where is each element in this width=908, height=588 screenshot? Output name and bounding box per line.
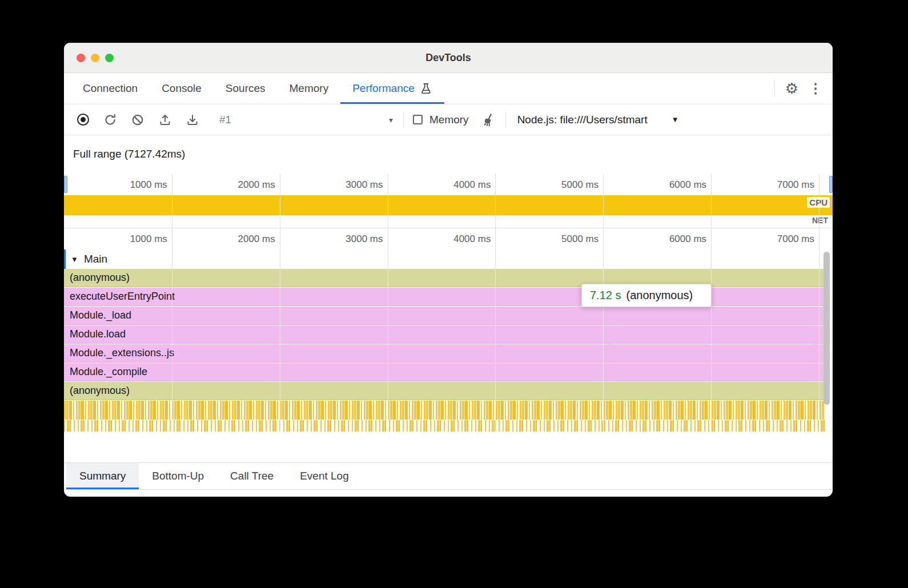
devtools-window: DevTools ConnectionConsoleSourcesMemoryP… — [64, 43, 833, 497]
traffic-lights — [64, 54, 114, 62]
toolbar-separator-2 — [505, 112, 506, 128]
flame-row-label: Module._load — [70, 309, 131, 321]
track-focus-indicator — [64, 249, 66, 269]
ruler-tick: 6000 ms — [669, 174, 711, 195]
flame-ruler: 1000 ms2000 ms3000 ms4000 ms5000 ms6000 … — [64, 228, 833, 249]
flame-row-label: Module.load — [70, 328, 126, 340]
drawer-tab-call-tree[interactable]: Call Tree — [217, 463, 287, 489]
tab-memory[interactable]: Memory — [278, 73, 341, 104]
window-title: DevTools — [64, 52, 833, 64]
tab-performance[interactable]: Performance — [340, 73, 444, 104]
drawer-tab-bottom-up[interactable]: Bottom-Up — [139, 463, 217, 489]
reload-and-record-button[interactable] — [99, 109, 121, 131]
upload-icon — [158, 113, 172, 127]
overview-grip-right[interactable] — [829, 176, 833, 193]
tab-label: Performance — [352, 82, 415, 95]
panel-tabbar: ConnectionConsoleSourcesMemoryPerformanc… — [64, 73, 833, 104]
flame-row-label: (anonymous) — [70, 272, 130, 284]
target-select-value: Node.js: file:///Users/stmart — [517, 114, 648, 126]
ruler-tick: 5000 ms — [561, 228, 603, 249]
drawer-tab-summary[interactable]: Summary — [66, 463, 139, 489]
profile-select[interactable]: #1 ▾ — [215, 114, 397, 126]
download-icon — [186, 113, 199, 127]
garbage-collect-broom-icon — [481, 112, 496, 127]
reload-icon — [103, 113, 117, 127]
tab-console[interactable]: Console — [150, 73, 214, 104]
tab-label: Memory — [290, 82, 329, 95]
panel-tab-strip: ConnectionConsoleSourcesMemoryPerformanc… — [71, 73, 444, 104]
drawer-tab-strip: SummaryBottom-UpCall TreeEvent Log — [64, 462, 833, 490]
collapse-triangle-icon[interactable]: ▼ — [71, 255, 78, 264]
tooltip-function-name: (anonymous) — [626, 289, 693, 302]
main-track-header[interactable]: ▼ Main — [64, 249, 833, 269]
tooltip-duration: 7.12 s — [590, 289, 621, 302]
profile-select-value: #1 — [219, 114, 231, 126]
ruler-tick: 1000 ms — [130, 228, 172, 249]
ruler-tick: 2000 ms — [238, 174, 279, 195]
performance-toolbar: #1 ▾ Memory Node.js: file:///Users/stmar… — [64, 104, 833, 135]
record-icon — [77, 114, 89, 126]
memory-checkbox-group[interactable]: Memory — [409, 114, 472, 126]
close-window-button[interactable] — [77, 54, 85, 62]
tabbar-separator — [774, 80, 775, 96]
flame-row-label: executeUserEntryPoint — [70, 291, 175, 303]
save-profile-button[interactable] — [182, 109, 203, 131]
net-label: NET — [810, 216, 830, 225]
more-options-icon[interactable]: ⋮ — [809, 82, 822, 95]
clear-button[interactable] — [127, 109, 148, 131]
ruler-tick: 5000 ms — [561, 174, 603, 195]
tab-label: Connection — [83, 82, 138, 95]
flame-activity-strip-dense[interactable] — [64, 401, 825, 420]
flame-activity-strip-fill — [64, 420, 825, 432]
flame-row-module-compile[interactable]: Module._compile — [64, 363, 825, 381]
zoom-window-button[interactable] — [105, 54, 114, 62]
full-range-label: Full range (7127.42ms) — [64, 135, 833, 174]
overview-grip-left[interactable] — [64, 176, 67, 193]
timeline-overview[interactable]: 1000 ms2000 ms3000 ms4000 ms5000 ms6000 … — [64, 174, 833, 228]
minimize-window-button[interactable] — [91, 54, 99, 62]
target-select[interactable]: Node.js: file:///Users/stmart ▼ — [512, 114, 685, 126]
chevron-down-icon: ▾ — [389, 115, 393, 124]
ruler-tick: 4000 ms — [453, 228, 495, 249]
cpu-label: CPU — [807, 197, 830, 208]
ruler-tick: 3000 ms — [345, 228, 387, 249]
drawer-tab-event-log[interactable]: Event Log — [287, 463, 362, 489]
tab-label: Console — [162, 82, 202, 95]
ruler-tick: 3000 ms — [345, 174, 387, 195]
net-activity-band: NET — [64, 215, 833, 228]
flame-chart-area[interactable]: 1000 ms2000 ms3000 ms4000 ms5000 ms6000 … — [64, 228, 833, 441]
vertical-scrollbar[interactable] — [823, 252, 830, 405]
record-button[interactable] — [72, 109, 94, 131]
flame-row-module-load[interactable]: Module._load — [64, 307, 825, 325]
clear-icon — [131, 113, 144, 127]
ruler-tick: 2000 ms — [238, 228, 279, 249]
ruler-tick: 7000 ms — [777, 228, 819, 249]
load-profile-button[interactable] — [154, 109, 176, 131]
flame-row-label: Module._extensions..js — [70, 347, 174, 359]
tab-label: Sources — [226, 82, 266, 95]
tabbar-right-controls: ⚙ ⋮ — [774, 73, 833, 104]
ruler-tick: 1000 ms — [130, 174, 172, 195]
settings-gear-icon[interactable]: ⚙ — [785, 81, 798, 96]
cpu-activity-band: CPU — [64, 195, 833, 215]
toolbar-separator — [403, 112, 404, 128]
main-track-label: Main — [84, 253, 107, 265]
memory-checkbox[interactable] — [413, 115, 423, 124]
overview-ruler: 1000 ms2000 ms3000 ms4000 ms5000 ms6000 … — [64, 174, 833, 195]
tab-sources[interactable]: Sources — [214, 73, 278, 104]
flame-tooltip: 7.12 s (anonymous) — [581, 284, 712, 307]
ruler-tick: 6000 ms — [669, 228, 711, 249]
flame-row-label: Module._compile — [70, 366, 147, 378]
flame-row-module-load[interactable]: Module.load — [64, 325, 825, 344]
memory-checkbox-label: Memory — [429, 114, 469, 126]
flame-row-label: (anonymous) — [70, 385, 130, 397]
experiments-flask-icon — [420, 82, 432, 95]
dropdown-triangle-icon: ▼ — [672, 115, 679, 124]
tab-connection[interactable]: Connection — [71, 73, 150, 104]
ruler-tick: 4000 ms — [453, 174, 495, 195]
window-titlebar: DevTools — [64, 43, 833, 73]
collect-garbage-button[interactable] — [478, 109, 500, 131]
flame-activity-strip-sparse[interactable] — [64, 420, 825, 439]
flame-row-module-extensions-js[interactable]: Module._extensions..js — [64, 344, 825, 363]
flame-row-anonymous[interactable]: (anonymous) — [64, 382, 825, 400]
